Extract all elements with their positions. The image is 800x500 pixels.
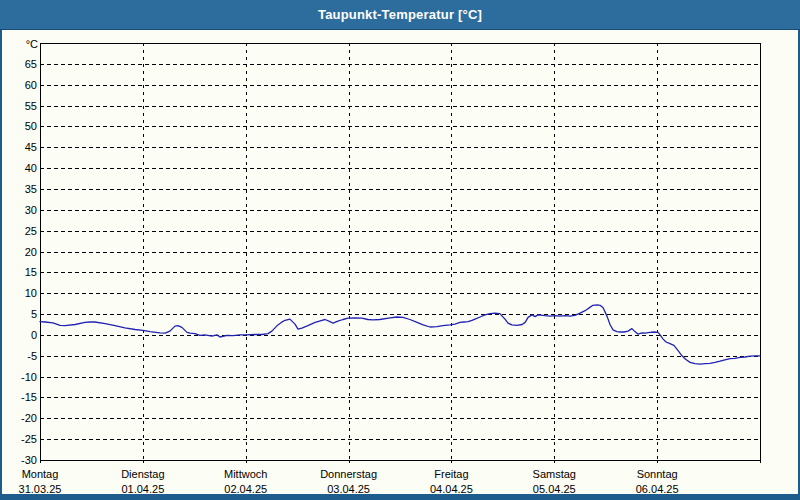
svg-text:-30: -30: [21, 454, 37, 466]
svg-text:35: 35: [25, 183, 37, 195]
svg-text:0: 0: [31, 329, 37, 341]
x-axis-labels: Montag31.03.25Dienstag01.04.25Mittwoch02…: [19, 468, 679, 495]
day-date-label: 02.04.25: [224, 483, 267, 495]
svg-text:-25: -25: [21, 433, 37, 445]
svg-text:-10: -10: [21, 371, 37, 383]
svg-text:-5: -5: [27, 350, 37, 362]
day-name-label: Donnerstag: [320, 468, 377, 480]
y-axis-labels: 65605550454035302520151050-5-10-15-20-25…: [21, 58, 37, 466]
y-gridlines: [40, 65, 760, 440]
svg-text:65: 65: [25, 58, 37, 70]
svg-text:5: 5: [31, 308, 37, 320]
day-name-label: Montag: [22, 468, 59, 480]
svg-text:30: 30: [25, 204, 37, 216]
day-name-label: Sonntag: [637, 468, 678, 480]
dewpoint-temperature-chart: 65605550454035302520151050-5-10-15-20-25…: [0, 0, 800, 500]
svg-text:55: 55: [25, 100, 37, 112]
svg-text:40: 40: [25, 162, 37, 174]
svg-text:45: 45: [25, 141, 37, 153]
y-axis-unit-label: °C: [26, 38, 38, 50]
svg-text:50: 50: [25, 120, 37, 132]
chart-window: Taupunkt-Temperatur [°C] 656055504540353…: [0, 0, 800, 500]
svg-text:25: 25: [25, 225, 37, 237]
day-date-label: 05.04.25: [533, 483, 576, 495]
svg-text:20: 20: [25, 246, 37, 258]
day-date-label: 03.04.25: [327, 483, 370, 495]
day-name-label: Samstag: [533, 468, 576, 480]
svg-text:15: 15: [25, 266, 37, 278]
day-name-label: Dienstag: [121, 468, 164, 480]
svg-text:-20: -20: [21, 412, 37, 424]
day-date-label: 04.04.25: [430, 483, 473, 495]
series-line-taupunkt-temperatur: [40, 305, 760, 364]
day-date-label: 06.04.25: [636, 483, 679, 495]
svg-text:10: 10: [25, 287, 37, 299]
day-name-label: Freitag: [434, 468, 468, 480]
day-date-label: 01.04.25: [121, 483, 164, 495]
svg-text:60: 60: [25, 79, 37, 91]
day-name-label: Mittwoch: [224, 468, 267, 480]
svg-text:-15: -15: [21, 391, 37, 403]
day-date-label: 31.03.25: [19, 483, 62, 495]
